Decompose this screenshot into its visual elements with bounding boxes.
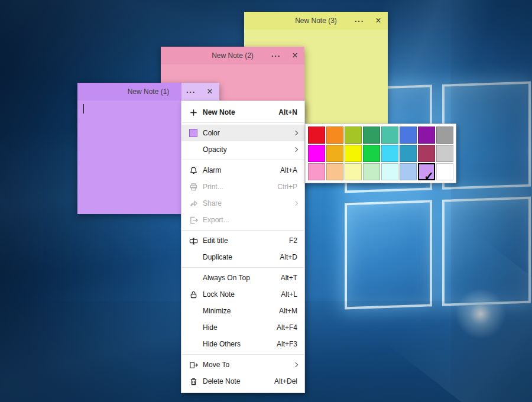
- note-close-button[interactable]: ×: [200, 83, 219, 100]
- menu-item-hide[interactable]: Hide Alt+F4: [181, 319, 304, 336]
- note-context-menu: New Note Alt+N Color Opacity Alarm Alt+A: [181, 100, 305, 393]
- note-menu-button[interactable]: ···: [267, 47, 286, 64]
- menu-item-export: Export...: [181, 212, 304, 228]
- menu-separator: [182, 160, 304, 160]
- color-swatch[interactable]: [345, 127, 362, 144]
- share-icon: [186, 199, 200, 208]
- menu-item-label: Color: [203, 129, 288, 137]
- note-menu-button[interactable]: ···: [181, 83, 200, 100]
- move-to-icon: [186, 361, 200, 369]
- menu-item-lock-note[interactable]: Lock Note Alt+L: [181, 286, 304, 303]
- menu-item-shortcut: Alt+A: [280, 166, 297, 174]
- menu-item-shortcut: Alt+Del: [274, 377, 297, 385]
- menu-item-opacity[interactable]: Opacity: [181, 141, 304, 158]
- color-swatch[interactable]: [400, 163, 417, 180]
- color-swatch[interactable]: [381, 145, 398, 162]
- color-swatch[interactable]: [363, 127, 380, 144]
- menu-item-delete-note[interactable]: Delete Note Alt+Del: [181, 373, 304, 390]
- menu-item-alarm[interactable]: Alarm Alt+A: [181, 162, 304, 179]
- menu-item-label: Hide Others: [203, 340, 271, 348]
- menu-item-shortcut: Alt+F3: [277, 340, 297, 348]
- color-swatch[interactable]: [363, 145, 380, 162]
- color-swatch[interactable]: [436, 127, 453, 144]
- plus-icon: [186, 108, 200, 117]
- note-titlebar[interactable]: New Note (2) ··· ×: [161, 47, 304, 64]
- chevron-right-icon: [293, 131, 298, 135]
- color-swatch[interactable]: [418, 145, 435, 162]
- menu-item-label: Always On Top: [203, 274, 275, 282]
- menu-item-color[interactable]: Color: [181, 125, 304, 141]
- menu-item-label: Minimize: [203, 307, 273, 315]
- menu-item-label: Edit title: [203, 236, 283, 245]
- menu-item-label: Export...: [203, 216, 297, 224]
- color-swatch[interactable]: [308, 127, 325, 144]
- menu-item-share: Share: [181, 195, 304, 212]
- check-icon: ✓: [424, 170, 434, 182]
- menu-item-shortcut: Alt+D: [280, 253, 297, 261]
- color-swatch[interactable]: [418, 127, 435, 144]
- color-swatch[interactable]: [326, 163, 343, 180]
- menu-item-minimize[interactable]: Minimize Alt+M: [181, 303, 304, 319]
- bell-icon: [186, 166, 200, 175]
- menu-item-label: Hide: [203, 323, 271, 332]
- color-swatch[interactable]: [400, 127, 417, 144]
- desktop: New Note (3) ··· × New Note (2) ··· × Ne…: [0, 0, 532, 402]
- chevron-right-icon: [293, 147, 298, 152]
- menu-item-label: Opacity: [203, 145, 288, 154]
- color-swatch[interactable]: [345, 163, 362, 180]
- printer-icon: [186, 183, 200, 192]
- note-menu-button[interactable]: ···: [350, 12, 369, 30]
- color-swatch[interactable]: [363, 163, 380, 180]
- color-swatch[interactable]: [326, 145, 343, 162]
- menu-separator: [182, 267, 304, 268]
- menu-item-label: Share: [203, 199, 288, 208]
- menu-item-label: New Note: [203, 108, 273, 116]
- menu-item-duplicate[interactable]: Duplicate Alt+D: [181, 249, 304, 265]
- chevron-right-icon: [293, 201, 298, 206]
- color-swatch[interactable]: [326, 127, 343, 144]
- note-close-button[interactable]: ×: [286, 47, 304, 64]
- export-icon: [186, 216, 200, 225]
- menu-item-label: Delete Note: [203, 377, 268, 385]
- menu-item-move-to[interactable]: Move To: [181, 356, 304, 373]
- text-cursor: [83, 104, 84, 114]
- color-swatch[interactable]: [436, 163, 453, 180]
- menu-item-shortcut: Ctrl+P: [277, 183, 297, 191]
- color-palette-flyout: ✓: [305, 124, 456, 183]
- menu-separator: [182, 230, 304, 231]
- note-titlebar[interactable]: New Note (3) ··· ×: [244, 12, 388, 30]
- note-titlebar[interactable]: New Note (1) ··· ×: [77, 83, 219, 100]
- menu-item-shortcut: Alt+T: [281, 274, 297, 282]
- rename-icon: [186, 236, 200, 245]
- color-swatch-selected[interactable]: ✓: [418, 163, 435, 180]
- menu-item-label: Print...: [203, 183, 271, 191]
- menu-item-shortcut: Alt+F4: [277, 323, 297, 332]
- chevron-right-icon: [293, 362, 298, 367]
- color-swatch[interactable]: [308, 145, 325, 162]
- color-swatch[interactable]: [436, 145, 453, 162]
- note-close-button[interactable]: ×: [369, 12, 388, 30]
- color-swatch[interactable]: [345, 145, 362, 162]
- menu-item-label: Alarm: [203, 166, 274, 174]
- lock-icon: [186, 290, 200, 299]
- color-swatch[interactable]: [308, 163, 325, 180]
- menu-item-shortcut: Alt+L: [281, 290, 297, 299]
- menu-item-new-note[interactable]: New Note Alt+N: [181, 104, 304, 121]
- color-swatch[interactable]: [400, 145, 417, 162]
- menu-item-label: Duplicate: [203, 253, 274, 261]
- color-swatch[interactable]: [381, 127, 398, 144]
- menu-item-print: Print... Ctrl+P: [181, 179, 304, 195]
- menu-item-label: Move To: [203, 361, 288, 369]
- menu-item-edit-title[interactable]: Edit title F2: [181, 232, 304, 249]
- color-swatch[interactable]: [381, 163, 398, 180]
- color-swatch-icon: [186, 129, 200, 137]
- menu-separator: [182, 354, 304, 355]
- menu-item-shortcut: F2: [289, 236, 297, 245]
- menu-separator: [182, 122, 304, 123]
- menu-item-hide-others[interactable]: Hide Others Alt+F3: [181, 336, 304, 352]
- menu-item-shortcut: Alt+N: [278, 108, 297, 116]
- menu-item-always-on-top[interactable]: Always On Top Alt+T: [181, 270, 304, 286]
- menu-item-shortcut: Alt+M: [279, 307, 297, 315]
- trash-icon: [186, 377, 200, 386]
- menu-item-label: Lock Note: [203, 290, 275, 299]
